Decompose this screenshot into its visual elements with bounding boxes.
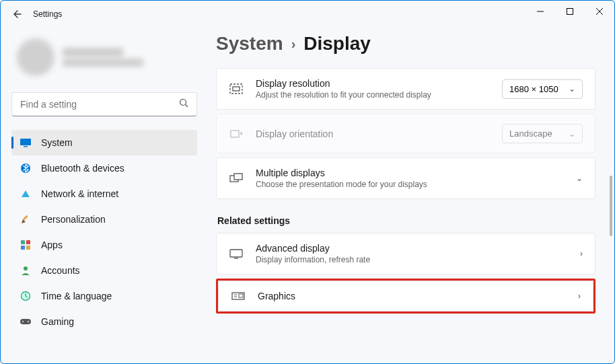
- setting-title: Advanced display: [256, 243, 568, 254]
- page-title: Display: [303, 33, 371, 54]
- setting-title: Multiple displays: [256, 168, 564, 178]
- svg-rect-21: [234, 174, 242, 180]
- svg-rect-9: [26, 240, 30, 244]
- svg-rect-10: [21, 246, 25, 250]
- breadcrumb-parent[interactable]: System: [216, 33, 283, 54]
- setting-subtitle: Choose the presentation mode for your di…: [256, 180, 564, 189]
- svg-rect-5: [24, 146, 28, 147]
- close-button[interactable]: [585, 1, 614, 22]
- dropdown-value: 1680 × 1050: [509, 84, 558, 94]
- svg-rect-22: [230, 250, 242, 257]
- scrollbar[interactable]: [609, 176, 613, 324]
- minimize-icon: [536, 7, 544, 15]
- svg-point-2: [180, 100, 186, 106]
- dropdown-value: Landscape: [509, 129, 552, 139]
- svg-rect-11: [26, 246, 30, 250]
- avatar: [17, 38, 55, 76]
- user-info: [63, 48, 143, 67]
- graphics-icon: [231, 291, 246, 301]
- orientation-icon: [229, 128, 244, 140]
- accounts-icon: [20, 264, 32, 277]
- resolution-dropdown[interactable]: 1680 × 1050 ⌄: [502, 79, 583, 99]
- gaming-icon: [20, 316, 32, 328]
- sidebar-item-bluetooth[interactable]: Bluetooth & devices: [11, 155, 197, 181]
- time-language-icon: [20, 290, 32, 302]
- chevron-down-icon: ⌄: [569, 129, 575, 139]
- svg-rect-4: [20, 139, 31, 145]
- setting-advanced-display[interactable]: Advanced display Display information, re…: [216, 233, 595, 275]
- svg-rect-1: [567, 9, 573, 15]
- multiple-displays-icon: [229, 172, 244, 184]
- resolution-icon: [229, 83, 244, 95]
- maximize-button[interactable]: [555, 1, 585, 22]
- system-icon: [20, 137, 32, 149]
- chevron-right-icon: ›: [578, 291, 581, 301]
- bluetooth-icon: [20, 162, 32, 174]
- sidebar-item-accounts[interactable]: Accounts: [11, 258, 197, 283]
- sidebar-item-label: Gaming: [41, 316, 74, 327]
- svg-rect-17: [230, 84, 242, 94]
- user-account-block[interactable]: [11, 28, 197, 92]
- setting-multiple-displays[interactable]: Multiple displays Choose the presentatio…: [216, 157, 595, 199]
- sidebar-item-apps[interactable]: Apps: [11, 232, 197, 258]
- sidebar-item-label: Bluetooth & devices: [41, 163, 124, 174]
- setting-title: Graphics: [258, 291, 566, 301]
- minimize-button[interactable]: [526, 1, 555, 22]
- svg-point-16: [28, 321, 29, 322]
- sidebar-item-label: Apps: [41, 240, 63, 250]
- setting-title: Display orientation: [256, 129, 490, 139]
- section-related-settings: Related settings: [217, 215, 595, 226]
- main-content: System › Display Display resolution Adju…: [203, 28, 614, 363]
- scrollbar-thumb[interactable]: [610, 176, 612, 236]
- sidebar-item-personalization[interactable]: Personalization: [11, 207, 197, 232]
- nav-list: System Bluetooth & devices Network & int…: [11, 130, 197, 334]
- advanced-display-icon: [229, 248, 244, 259]
- setting-graphics[interactable]: Graphics ›: [218, 281, 593, 312]
- apps-icon: [20, 239, 32, 251]
- chevron-right-icon: ›: [580, 249, 583, 258]
- setting-display-orientation: Display orientation Landscape ⌄: [216, 114, 595, 153]
- chevron-down-icon: ⌄: [576, 174, 583, 183]
- sidebar-item-label: Time & language: [41, 291, 112, 301]
- search-icon: [179, 98, 188, 110]
- chevron-right-icon: ›: [291, 36, 296, 52]
- titlebar: Settings: [1, 1, 614, 28]
- highlight-annotation: Graphics ›: [216, 279, 595, 314]
- setting-subtitle: Adjust the resolution to fit your connec…: [256, 90, 490, 100]
- breadcrumb: System › Display: [216, 33, 595, 54]
- sidebar: System Bluetooth & devices Network & int…: [1, 28, 203, 363]
- search-box[interactable]: [11, 92, 197, 116]
- sidebar-item-label: Network & internet: [41, 188, 118, 199]
- sidebar-item-network[interactable]: Network & internet: [11, 181, 197, 207]
- search-input[interactable]: [20, 99, 179, 110]
- chevron-down-icon: ⌄: [569, 84, 575, 94]
- svg-rect-7: [23, 215, 28, 221]
- svg-point-15: [22, 321, 24, 322]
- sidebar-item-gaming[interactable]: Gaming: [11, 309, 197, 334]
- sidebar-item-time-language[interactable]: Time & language: [11, 283, 197, 309]
- svg-rect-14: [20, 319, 31, 324]
- setting-display-resolution[interactable]: Display resolution Adjust the resolution…: [216, 68, 595, 110]
- svg-rect-19: [231, 131, 239, 137]
- setting-title: Display resolution: [256, 78, 490, 89]
- svg-line-3: [186, 105, 188, 108]
- sidebar-item-label: Personalization: [41, 214, 106, 225]
- network-icon: [20, 188, 32, 200]
- sidebar-item-label: Accounts: [41, 265, 80, 276]
- svg-rect-18: [233, 87, 240, 91]
- arrow-left-icon: [11, 9, 22, 20]
- sidebar-item-label: System: [41, 137, 73, 148]
- close-icon: [595, 7, 604, 15]
- svg-rect-8: [21, 240, 25, 244]
- sidebar-item-system[interactable]: System: [11, 130, 197, 155]
- personalization-icon: [20, 213, 32, 225]
- back-button[interactable]: [6, 3, 28, 25]
- maximize-icon: [566, 7, 574, 15]
- svg-point-12: [24, 266, 28, 270]
- setting-subtitle: Display information, refresh rate: [256, 255, 568, 264]
- orientation-dropdown: Landscape ⌄: [502, 124, 583, 143]
- svg-rect-27: [239, 294, 243, 297]
- window-title: Settings: [33, 9, 62, 19]
